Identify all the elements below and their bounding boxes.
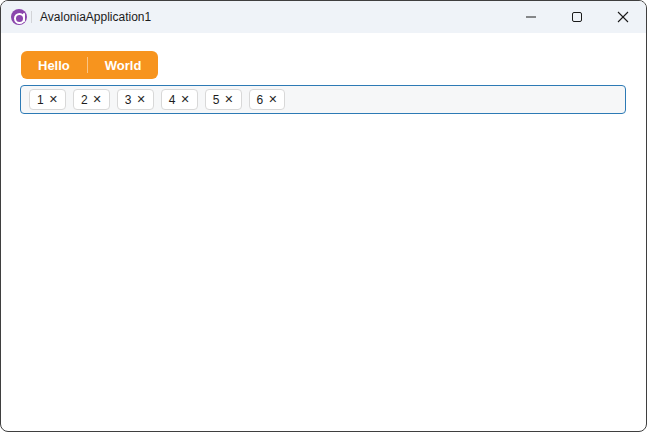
tag-chip-remove-icon[interactable]: ✕ [268, 94, 277, 105]
tag-chip: 5✕ [205, 89, 242, 110]
tags-field[interactable]: 1✕2✕3✕4✕5✕6✕ [20, 85, 626, 114]
tag-chip-remove-icon[interactable]: ✕ [49, 94, 58, 105]
window-title: AvaloniaApplication1 [40, 10, 151, 24]
close-button[interactable] [600, 1, 646, 33]
app-window: AvaloniaApplication1 Hello [0, 0, 647, 432]
titlebar[interactable]: AvaloniaApplication1 [1, 1, 646, 33]
avalonia-logo-icon [11, 9, 27, 25]
tag-chip: 2✕ [73, 89, 110, 110]
tag-chip: 3✕ [117, 89, 154, 110]
caption-buttons [508, 1, 646, 33]
tag-chip-remove-icon[interactable]: ✕ [180, 94, 189, 105]
tag-chip: 6✕ [249, 89, 286, 110]
minimize-icon [525, 11, 537, 23]
tag-chip-label: 6 [257, 94, 264, 106]
tag-chip-label: 2 [81, 94, 88, 106]
close-icon [617, 11, 629, 23]
tag-chip-label: 4 [169, 94, 176, 106]
tag-chip-label: 5 [213, 94, 220, 106]
logo-stem-divider [31, 11, 32, 23]
hello-world-split-button: Hello World [21, 51, 158, 79]
tag-chip-label: 1 [37, 94, 44, 106]
window-content: Hello World 1✕2✕3✕4✕5✕6✕ [1, 33, 646, 114]
maximize-icon [571, 11, 583, 23]
tag-chip-remove-icon[interactable]: ✕ [224, 94, 233, 105]
hello-button[interactable]: Hello [21, 51, 87, 79]
world-button[interactable]: World [88, 51, 159, 79]
tag-chip-remove-icon[interactable]: ✕ [137, 94, 146, 105]
maximize-button[interactable] [554, 1, 600, 33]
minimize-button[interactable] [508, 1, 554, 33]
tag-chip: 1✕ [29, 89, 66, 110]
tag-chip-label: 3 [125, 94, 132, 106]
tag-chip-remove-icon[interactable]: ✕ [93, 94, 102, 105]
tag-chip: 4✕ [161, 89, 198, 110]
